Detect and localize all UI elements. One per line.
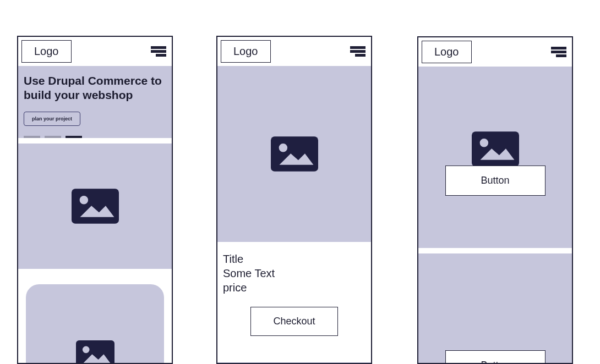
checkout-button[interactable]: Checkout <box>250 307 337 336</box>
logo: Logo <box>21 40 72 63</box>
content-card <box>26 284 164 365</box>
product-text: Some Text <box>223 266 366 280</box>
hero-title: Use Drupal Commerce to build your websho… <box>24 74 166 103</box>
menu-icon[interactable] <box>151 46 166 57</box>
card-button[interactable]: Button <box>445 166 545 196</box>
mobile-mockup-listing: Logo Button Button <box>417 36 573 364</box>
mobile-mockup-home: Logo Use Drupal Commerce to build your w… <box>17 36 173 364</box>
hero-section: Use Drupal Commerce to build your websho… <box>18 66 172 138</box>
listing-card: Button <box>418 67 572 248</box>
carousel-indicators[interactable] <box>24 136 166 138</box>
svg-rect-0 <box>72 189 119 224</box>
card-image-placeholder <box>418 253 572 364</box>
logo: Logo <box>422 41 472 63</box>
card-button[interactable]: Button <box>445 350 545 364</box>
top-bar: Logo <box>217 37 371 66</box>
listing-card: Button <box>418 253 572 364</box>
svg-point-4 <box>82 346 89 353</box>
svg-point-7 <box>279 144 287 152</box>
logo: Logo <box>221 40 271 63</box>
top-bar: Logo <box>18 37 172 66</box>
carousel-dot[interactable] <box>45 136 61 138</box>
svg-rect-6 <box>271 136 318 172</box>
hero-image-placeholder <box>18 144 172 269</box>
plan-project-button[interactable]: plan your project <box>24 112 80 126</box>
carousel-dot-active[interactable] <box>66 136 82 138</box>
mobile-mockup-product: Logo Title Some Text price Checkout <box>216 36 372 364</box>
product-info: Title Some Text price Checkout <box>217 242 371 348</box>
svg-point-10 <box>479 139 488 147</box>
image-icon <box>72 189 119 224</box>
wireframe-stage: Logo Use Drupal Commerce to build your w… <box>0 0 600 364</box>
product-image-placeholder <box>217 66 371 242</box>
svg-rect-9 <box>472 131 519 167</box>
product-price: price <box>223 280 366 295</box>
carousel-dot[interactable] <box>24 136 40 138</box>
spacer <box>18 269 172 284</box>
image-icon <box>76 340 114 365</box>
product-title: Title <box>223 252 366 266</box>
divider <box>418 248 572 253</box>
menu-icon[interactable] <box>350 46 366 57</box>
image-icon <box>271 136 318 172</box>
card-image-placeholder <box>418 67 572 248</box>
image-icon <box>472 131 519 167</box>
svg-point-1 <box>79 196 88 204</box>
top-bar: Logo <box>418 37 572 67</box>
menu-icon[interactable] <box>551 47 566 57</box>
